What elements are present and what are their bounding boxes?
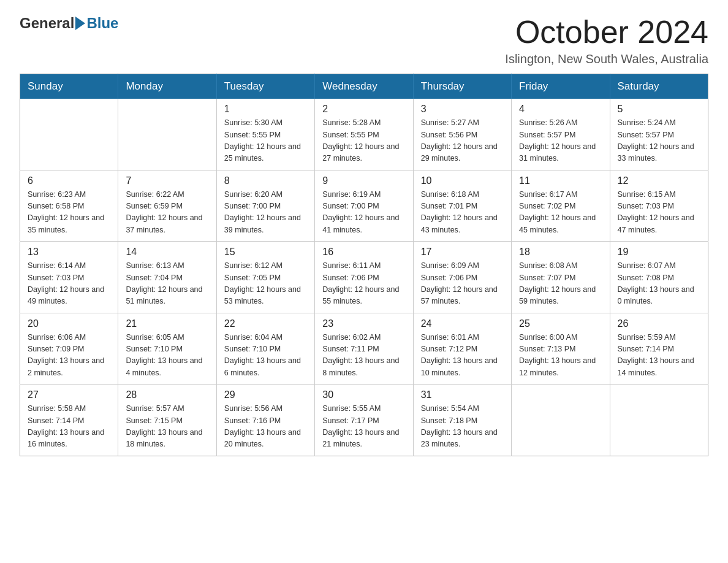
day-info: Sunrise: 5:54 AM Sunset: 7:18 PM Dayligh… (421, 403, 504, 451)
calendar-cell: 26Sunrise: 5:59 AM Sunset: 7:14 PM Dayli… (610, 313, 708, 385)
day-info: Sunrise: 5:56 AM Sunset: 7:16 PM Dayligh… (224, 403, 307, 451)
calendar-cell (118, 99, 216, 170)
calendar-cell: 7Sunrise: 6:22 AM Sunset: 6:59 PM Daylig… (118, 170, 216, 242)
calendar-cell: 21Sunrise: 6:05 AM Sunset: 7:10 PM Dayli… (118, 313, 216, 385)
day-number: 26 (618, 318, 700, 329)
day-info: Sunrise: 6:17 AM Sunset: 7:02 PM Dayligh… (519, 189, 602, 237)
logo-general-text: General (20, 15, 74, 32)
title-block: October 2024 Islington, New South Wales,… (505, 15, 708, 66)
calendar-header-sunday: Sunday (20, 74, 118, 99)
calendar-header-friday: Friday (512, 74, 610, 99)
calendar-header-row: SundayMondayTuesdayWednesdayThursdayFrid… (20, 74, 708, 99)
day-number: 25 (519, 318, 602, 329)
day-number: 6 (28, 175, 110, 186)
day-info: Sunrise: 6:19 AM Sunset: 7:00 PM Dayligh… (322, 189, 405, 237)
calendar-cell: 1Sunrise: 5:30 AM Sunset: 5:55 PM Daylig… (216, 99, 314, 170)
calendar-cell: 11Sunrise: 6:17 AM Sunset: 7:02 PM Dayli… (512, 170, 610, 242)
calendar-cell: 18Sunrise: 6:08 AM Sunset: 7:07 PM Dayli… (512, 242, 610, 313)
day-number: 20 (28, 318, 110, 329)
day-number: 30 (322, 389, 405, 400)
calendar-cell: 27Sunrise: 5:58 AM Sunset: 7:14 PM Dayli… (20, 385, 118, 456)
day-number: 23 (322, 318, 405, 329)
calendar-week-row: 27Sunrise: 5:58 AM Sunset: 7:14 PM Dayli… (20, 385, 708, 456)
calendar-cell: 10Sunrise: 6:18 AM Sunset: 7:01 PM Dayli… (413, 170, 511, 242)
calendar-cell: 12Sunrise: 6:15 AM Sunset: 7:03 PM Dayli… (610, 170, 708, 242)
day-number: 2 (322, 104, 405, 115)
calendar-header-monday: Monday (118, 74, 216, 99)
calendar-cell: 13Sunrise: 6:14 AM Sunset: 7:03 PM Dayli… (20, 242, 118, 313)
day-number: 28 (126, 389, 208, 400)
calendar-week-row: 1Sunrise: 5:30 AM Sunset: 5:55 PM Daylig… (20, 99, 708, 170)
day-number: 8 (224, 175, 307, 186)
day-number: 10 (421, 175, 504, 186)
day-number: 27 (28, 389, 110, 400)
day-number: 18 (519, 247, 602, 258)
day-number: 11 (519, 175, 602, 186)
calendar-cell: 15Sunrise: 6:12 AM Sunset: 7:05 PM Dayli… (216, 242, 314, 313)
day-info: Sunrise: 6:14 AM Sunset: 7:03 PM Dayligh… (28, 260, 110, 308)
calendar-cell: 5Sunrise: 5:24 AM Sunset: 5:57 PM Daylig… (610, 99, 708, 170)
calendar-cell: 14Sunrise: 6:13 AM Sunset: 7:04 PM Dayli… (118, 242, 216, 313)
day-info: Sunrise: 6:18 AM Sunset: 7:01 PM Dayligh… (421, 189, 504, 237)
day-info: Sunrise: 6:20 AM Sunset: 7:00 PM Dayligh… (224, 189, 307, 237)
calendar-cell: 25Sunrise: 6:00 AM Sunset: 7:13 PM Dayli… (512, 313, 610, 385)
calendar-header-saturday: Saturday (610, 74, 708, 99)
location-subtitle: Islington, New South Wales, Australia (505, 52, 708, 66)
day-info: Sunrise: 5:24 AM Sunset: 5:57 PM Dayligh… (618, 117, 700, 165)
calendar-cell: 9Sunrise: 6:19 AM Sunset: 7:00 PM Daylig… (315, 170, 413, 242)
day-number: 21 (126, 318, 208, 329)
day-number: 29 (224, 389, 307, 400)
logo-arrow-icon (75, 17, 85, 30)
calendar-header-tuesday: Tuesday (216, 74, 314, 99)
calendar-cell: 8Sunrise: 6:20 AM Sunset: 7:00 PM Daylig… (216, 170, 314, 242)
day-info: Sunrise: 6:06 AM Sunset: 7:09 PM Dayligh… (28, 332, 110, 380)
logo-blue-text: Blue (86, 15, 118, 32)
day-info: Sunrise: 5:27 AM Sunset: 5:56 PM Dayligh… (421, 117, 504, 165)
calendar-cell: 17Sunrise: 6:09 AM Sunset: 7:06 PM Dayli… (413, 242, 511, 313)
day-info: Sunrise: 6:11 AM Sunset: 7:06 PM Dayligh… (322, 260, 405, 308)
calendar-cell: 2Sunrise: 5:28 AM Sunset: 5:55 PM Daylig… (315, 99, 413, 170)
calendar-header-wednesday: Wednesday (315, 74, 413, 99)
calendar-cell: 3Sunrise: 5:27 AM Sunset: 5:56 PM Daylig… (413, 99, 511, 170)
day-info: Sunrise: 5:55 AM Sunset: 7:17 PM Dayligh… (322, 403, 405, 451)
day-info: Sunrise: 5:28 AM Sunset: 5:55 PM Dayligh… (322, 117, 405, 165)
logo: General Blue (20, 15, 118, 32)
calendar-cell (20, 99, 118, 170)
calendar-cell (610, 385, 708, 456)
day-info: Sunrise: 6:22 AM Sunset: 6:59 PM Dayligh… (126, 189, 208, 237)
day-number: 3 (421, 104, 504, 115)
day-info: Sunrise: 6:00 AM Sunset: 7:13 PM Dayligh… (519, 332, 602, 380)
calendar-cell: 31Sunrise: 5:54 AM Sunset: 7:18 PM Dayli… (413, 385, 511, 456)
day-number: 5 (618, 104, 700, 115)
calendar-cell: 30Sunrise: 5:55 AM Sunset: 7:17 PM Dayli… (315, 385, 413, 456)
calendar-cell (512, 385, 610, 456)
calendar-cell: 29Sunrise: 5:56 AM Sunset: 7:16 PM Dayli… (216, 385, 314, 456)
day-info: Sunrise: 6:13 AM Sunset: 7:04 PM Dayligh… (126, 260, 208, 308)
day-number: 7 (126, 175, 208, 186)
calendar-cell: 16Sunrise: 6:11 AM Sunset: 7:06 PM Dayli… (315, 242, 413, 313)
calendar-week-row: 20Sunrise: 6:06 AM Sunset: 7:09 PM Dayli… (20, 313, 708, 385)
day-number: 1 (224, 104, 307, 115)
calendar-cell: 22Sunrise: 6:04 AM Sunset: 7:10 PM Dayli… (216, 313, 314, 385)
day-info: Sunrise: 5:30 AM Sunset: 5:55 PM Dayligh… (224, 117, 307, 165)
day-number: 17 (421, 247, 504, 258)
day-info: Sunrise: 5:26 AM Sunset: 5:57 PM Dayligh… (519, 117, 602, 165)
calendar-cell: 24Sunrise: 6:01 AM Sunset: 7:12 PM Dayli… (413, 313, 511, 385)
calendar-week-row: 13Sunrise: 6:14 AM Sunset: 7:03 PM Dayli… (20, 242, 708, 313)
month-title: October 2024 (505, 15, 708, 50)
day-number: 14 (126, 247, 208, 258)
day-info: Sunrise: 6:15 AM Sunset: 7:03 PM Dayligh… (618, 189, 700, 237)
day-info: Sunrise: 6:08 AM Sunset: 7:07 PM Dayligh… (519, 260, 602, 308)
day-info: Sunrise: 6:04 AM Sunset: 7:10 PM Dayligh… (224, 332, 307, 380)
page-header: General Blue October 2024 Islington, New… (20, 15, 708, 66)
day-number: 22 (224, 318, 307, 329)
calendar-cell: 28Sunrise: 5:57 AM Sunset: 7:15 PM Dayli… (118, 385, 216, 456)
day-number: 15 (224, 247, 307, 258)
calendar-week-row: 6Sunrise: 6:23 AM Sunset: 6:58 PM Daylig… (20, 170, 708, 242)
day-info: Sunrise: 5:57 AM Sunset: 7:15 PM Dayligh… (126, 403, 208, 451)
day-number: 9 (322, 175, 405, 186)
day-number: 19 (618, 247, 700, 258)
calendar-cell: 6Sunrise: 6:23 AM Sunset: 6:58 PM Daylig… (20, 170, 118, 242)
calendar-cell: 19Sunrise: 6:07 AM Sunset: 7:08 PM Dayli… (610, 242, 708, 313)
calendar-cell: 20Sunrise: 6:06 AM Sunset: 7:09 PM Dayli… (20, 313, 118, 385)
